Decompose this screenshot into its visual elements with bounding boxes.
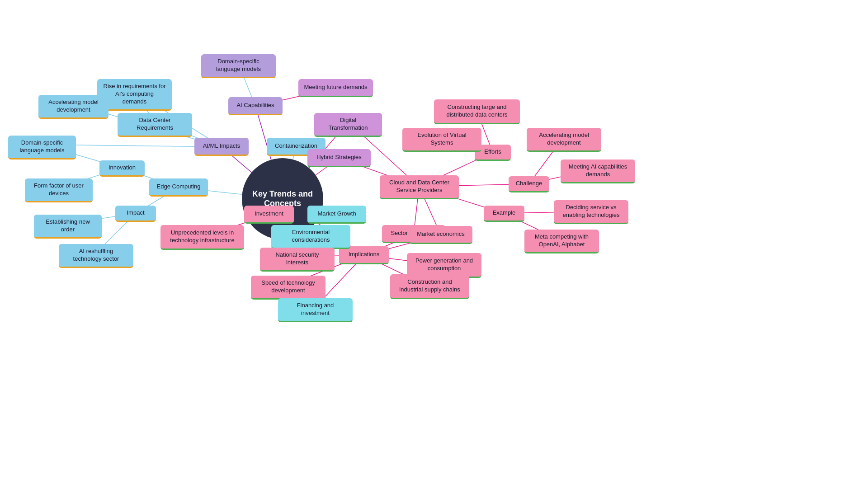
edge_computing: Edge Computing — [149, 178, 208, 197]
cloud_datacenter: Cloud and Data Center Service Providers — [380, 175, 459, 199]
meta_competing: Meta competing with OpenAI, Alphabet — [524, 230, 599, 253]
data_center_req: Data Center Requirements — [118, 113, 192, 137]
unprecedented_levels: Unprecedented levels in technology infra… — [160, 225, 244, 250]
form_factor: Form factor of user devices — [25, 178, 93, 202]
challenge: Challenge — [509, 176, 549, 192]
example: Example — [484, 206, 524, 222]
implications: Implications — [339, 246, 389, 264]
speed_technology: Speed of technology development — [251, 276, 326, 300]
national_security: National security interests — [260, 248, 335, 272]
evolution_virtual: Evolution of Virtual Systems — [402, 128, 481, 152]
financing_investment: Financing and investment — [278, 298, 353, 322]
ai_capabilities: AI Capabilities — [228, 97, 283, 115]
domain_specific_left: Domain-specific language models — [8, 136, 76, 160]
investment: Investment — [244, 206, 294, 224]
market_growth: Market Growth — [307, 206, 366, 224]
domain_specific_top: Domain-specific language models — [201, 54, 276, 78]
accelerating_model_right: Accelerating model development — [527, 128, 601, 152]
ai_ml_impacts: AI/ML Impacts — [194, 138, 249, 156]
digital_transformation: Digital Transformation — [314, 113, 382, 137]
establishing_new_order: Establishing new order — [34, 215, 102, 239]
market_economics: Market economics — [409, 226, 472, 244]
accelerating_model: Accelerating model development — [38, 95, 108, 119]
environmental_considerations: Environmental considerations — [271, 225, 350, 249]
construction_industrial: Construction and industrial supply chain… — [390, 274, 469, 299]
deciding_service: Deciding service vs enabling technologie… — [554, 200, 628, 224]
impact: Impact — [115, 206, 156, 222]
constructing_large: Constructing large and distributed data … — [434, 99, 520, 124]
innovation: Innovation — [99, 160, 145, 177]
hybrid_strategies: Hybrid Strategies — [307, 149, 371, 167]
meeting_future: Meeting future demands — [298, 79, 373, 97]
ai_reshuffling: AI reshuffling technology sector — [59, 244, 133, 268]
meeting_ai_capabilities: Meeting AI capabilities demands — [561, 160, 635, 183]
